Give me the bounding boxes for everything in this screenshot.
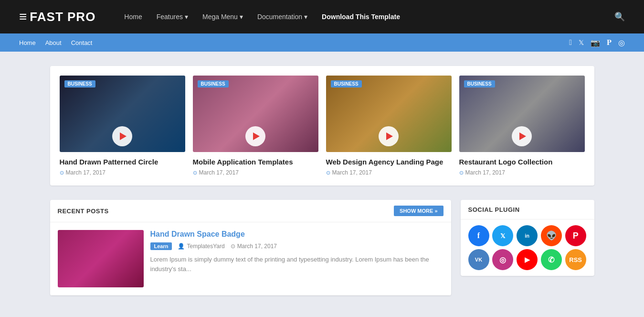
post-date: ⊙ March 17, 2017 <box>231 243 277 250</box>
vk-button[interactable]: VK <box>468 249 489 270</box>
recent-post-item-1: Hand Drawn Space Badge Learn 👤 Templates… <box>50 222 451 295</box>
recent-post-content: Hand Drawn Space Badge Learn 👤 Templates… <box>150 230 443 287</box>
linkedin-button[interactable]: in <box>517 225 538 246</box>
business-badge-1: BUSINESS <box>64 80 95 87</box>
social-plugin-title: SOCIAL PLUGIN <box>468 206 520 213</box>
chevron-down-icon: ▾ <box>304 13 307 21</box>
featured-posts-card: BUSINESS Hand Drawn Patterned Circle ⊙ M… <box>50 66 594 186</box>
chevron-down-icon: ▾ <box>240 13 243 21</box>
clock-icon: ⊙ <box>326 170 330 176</box>
rss-button[interactable]: RSS <box>565 249 586 270</box>
post-date-2: ⊙ March 17, 2017 <box>193 169 318 176</box>
nav-download[interactable]: Download This Template <box>322 13 400 21</box>
post-author: 👤 TemplatesYard <box>178 243 224 250</box>
main-nav: Home Features ▾ Mega Menu ▾ Documentatio… <box>124 13 614 21</box>
search-icon[interactable]: 🔍 <box>614 11 625 22</box>
play-button-3[interactable] <box>379 126 399 146</box>
content-row: RECENT POSTS SHOW MORE » Hand Drawn Spac… <box>50 200 594 295</box>
play-triangle-icon <box>120 132 127 140</box>
recent-posts-header: RECENT POSTS SHOW MORE » <box>50 200 451 222</box>
main-header: ≡ FAST PRO Home Features ▾ Mega Menu ▾ D… <box>0 0 644 33</box>
facebook-icon[interactable]:  <box>569 38 572 47</box>
instagram-button[interactable]: ◎ <box>492 249 513 270</box>
post-thumb-2: BUSINESS <box>193 76 318 152</box>
nav-documentation[interactable]: Documentation ▾ <box>257 13 307 21</box>
nav-mega-menu[interactable]: Mega Menu ▾ <box>202 13 243 21</box>
featured-post-1: BUSINESS Hand Drawn Patterned Circle ⊙ M… <box>60 76 185 176</box>
facebook-button[interactable]: f <box>468 225 489 246</box>
recent-post-title[interactable]: Hand Drawn Space Badge <box>150 230 443 239</box>
play-triangle-icon <box>386 132 393 140</box>
play-button-2[interactable] <box>245 126 265 146</box>
post-excerpt: Lorem Ipsum is simply dummy text of the … <box>150 255 443 273</box>
clock-icon: ⊙ <box>193 170 197 176</box>
clock-icon: ⊙ <box>231 243 235 250</box>
recent-posts-section: RECENT POSTS SHOW MORE » Hand Drawn Spac… <box>50 200 451 295</box>
business-badge-4: BUSINESS <box>464 80 495 87</box>
recent-post-thumb <box>58 230 144 287</box>
blue-nav-links: Home About Contact <box>19 39 92 46</box>
header-social-icons:  𝕏 📷 𝐏 ◎ <box>569 38 625 47</box>
post-thumb-4: BUSINESS <box>459 76 585 152</box>
post-title-1: Hand Drawn Patterned Circle <box>60 157 185 167</box>
nav-features[interactable]: Features ▾ <box>157 13 188 21</box>
logo-icon: ≡ <box>19 9 27 24</box>
clock-icon: ⊙ <box>60 170 64 176</box>
play-button-4[interactable] <box>512 126 532 146</box>
category-badge[interactable]: Learn <box>150 242 172 250</box>
logo-text: FAST PRO <box>30 10 95 24</box>
social-buttons-grid: f 𝕏 in 👽 P VK ◎ ▶ ✆ RSS <box>461 219 594 276</box>
blue-navbar: Home About Contact  𝕏 📷 𝐏 ◎ <box>0 33 644 52</box>
blue-nav-about[interactable]: About <box>45 39 62 46</box>
recent-posts-title: RECENT POSTS <box>58 208 109 215</box>
post-title-4: Restaurant Logo Collection <box>459 157 585 167</box>
twitter-button[interactable]: 𝕏 <box>492 225 513 246</box>
play-button-1[interactable] <box>112 126 132 146</box>
blue-nav-contact[interactable]: Contact <box>71 39 93 46</box>
post-title-3: Web Design Agency Landing Page <box>326 157 452 167</box>
post-title-2: Mobile Application Templates <box>193 157 318 167</box>
main-content: BUSINESS Hand Drawn Patterned Circle ⊙ M… <box>43 66 602 295</box>
clock-icon: ⊙ <box>459 170 464 176</box>
post-date-3: ⊙ March 17, 2017 <box>326 169 452 176</box>
whatsapp-button[interactable]: ✆ <box>541 249 562 270</box>
business-badge-3: BUSINESS <box>331 80 362 87</box>
blue-nav-home[interactable]: Home <box>19 39 36 46</box>
logo[interactable]: ≡ FAST PRO <box>19 9 95 24</box>
show-more-button[interactable]: SHOW MORE » <box>394 206 443 216</box>
youtube-button[interactable]: ▶ <box>517 249 538 270</box>
chevron-down-icon: ▾ <box>185 13 188 21</box>
play-triangle-icon <box>519 132 526 140</box>
post-date-1: ⊙ March 17, 2017 <box>60 169 185 176</box>
play-triangle-icon <box>253 132 260 140</box>
user-icon: 👤 <box>178 243 185 250</box>
reddit-button[interactable]: 👽 <box>541 225 562 246</box>
instagram-icon[interactable]: 📷 <box>591 38 600 47</box>
social-plugin-header: SOCIAL PLUGIN <box>461 200 594 219</box>
nav-home[interactable]: Home <box>124 13 142 21</box>
business-badge-2: BUSINESS <box>198 80 229 87</box>
social-plugin-card: SOCIAL PLUGIN f 𝕏 in 👽 P VK ◎ ▶ ✆ RSS <box>461 200 594 276</box>
post-thumb-1: BUSINESS <box>60 76 185 152</box>
pinterest-icon[interactable]: 𝐏 <box>607 38 612 47</box>
sidebar: SOCIAL PLUGIN f 𝕏 in 👽 P VK ◎ ▶ ✆ RSS <box>461 200 594 295</box>
twitter-icon[interactable]: 𝕏 <box>579 39 584 46</box>
posts-grid: BUSINESS Hand Drawn Patterned Circle ⊙ M… <box>60 76 585 176</box>
featured-post-2: BUSINESS Mobile Application Templates ⊙ … <box>193 76 318 176</box>
camera-icon[interactable]: ◎ <box>618 38 625 47</box>
featured-post-3: BUSINESS Web Design Agency Landing Page … <box>326 76 452 176</box>
post-date-4: ⊙ March 17, 2017 <box>459 169 585 176</box>
post-thumb-3: BUSINESS <box>326 76 452 152</box>
featured-post-4: BUSINESS Restaurant Logo Collection ⊙ Ma… <box>459 76 585 176</box>
recent-post-meta: Learn 👤 TemplatesYard ⊙ March 17, 2017 <box>150 242 443 250</box>
pinterest-button[interactable]: P <box>565 225 586 246</box>
